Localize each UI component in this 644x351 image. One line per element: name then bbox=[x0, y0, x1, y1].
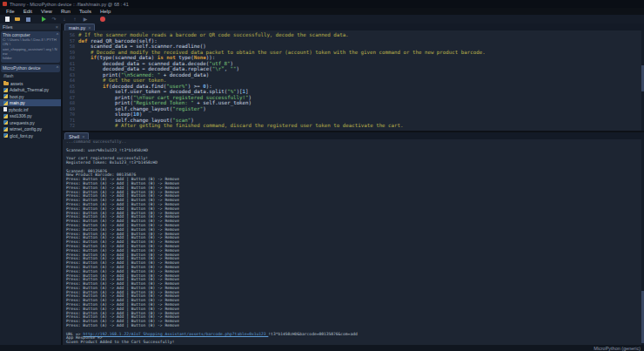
title-bar: Thonny - MicroPython device :: /flash/ma… bbox=[0, 0, 644, 8]
python-file-icon bbox=[3, 133, 8, 138]
micropython-device-box[interactable]: MicroPython device ^ bbox=[1, 64, 60, 72]
code-segment: print( bbox=[103, 72, 121, 78]
open-folder-icon[interactable] bbox=[14, 16, 21, 24]
collapse-icon[interactable]: ^ bbox=[57, 32, 58, 37]
files-close-icon[interactable]: × bbox=[56, 24, 58, 30]
tab-close-icon[interactable]: × bbox=[88, 25, 91, 30]
code-segment: def bbox=[78, 38, 91, 44]
tree-item-assets[interactable]: assets bbox=[0, 80, 61, 87]
code-segment: + self.user_token) bbox=[194, 100, 252, 105]
menu-tools[interactable]: Tools bbox=[75, 9, 96, 14]
tree-item-wiznet_config.py[interactable]: wiznet_config.py bbox=[0, 125, 61, 132]
code-segment: "Registered Token: " bbox=[133, 100, 194, 105]
code-segment: decoded_data = scanned_data.decode( bbox=[103, 61, 209, 66]
tree-item-ssd1306.py[interactable]: ssd1306.py bbox=[0, 112, 61, 119]
interpreter-status[interactable]: MicroPython (generic) bbox=[594, 346, 641, 351]
step-over-icon[interactable]: ↷ bbox=[50, 16, 57, 24]
code-segment: ) bbox=[139, 111, 143, 117]
code-segment: None bbox=[194, 55, 206, 60]
thonny-app-icon bbox=[3, 2, 7, 6]
python-file-icon bbox=[3, 94, 8, 98]
resume-icon[interactable]: ▶ bbox=[82, 16, 89, 24]
code-segment: "register" bbox=[172, 106, 203, 111]
code-line: 72# After getting the finished command, … bbox=[63, 123, 641, 129]
code-segment: "scan" bbox=[172, 118, 191, 123]
code-segment: "utf_8" bbox=[209, 61, 230, 66]
menu-view[interactable]: View bbox=[37, 9, 57, 14]
code-editor-area[interactable]: 56# If the scanner module reads a barcod… bbox=[63, 30, 641, 131]
tree-item-boot.py[interactable]: boot.py bbox=[0, 93, 61, 100]
stop-button-icon[interactable] bbox=[99, 16, 106, 24]
code-segment: read_QR_barcode(self): bbox=[91, 38, 158, 44]
files-panel-title: Files bbox=[3, 24, 13, 30]
path-line: aiot_shopping_assistant \ org \ New bbox=[3, 47, 58, 57]
toolbar: ↷↓↑▶ bbox=[0, 15, 644, 24]
code-segment: if bbox=[91, 55, 97, 60]
code-segment: if bbox=[103, 84, 109, 89]
shell-tabbar: Shell × bbox=[63, 132, 644, 139]
tree-item-glcd_font.py[interactable]: glcd_font.py bbox=[0, 132, 61, 139]
micropython-device-label: MicroPython device bbox=[3, 65, 41, 71]
code-segment: # Decode and modify the received data pa… bbox=[91, 50, 486, 55]
code-segment: # After getting the finished command, di… bbox=[115, 123, 404, 128]
code-segment: (type(scanned_data) bbox=[97, 55, 158, 60]
code-segment: ) bbox=[191, 118, 194, 123]
code-segment: print( bbox=[115, 95, 133, 100]
python-file-icon bbox=[3, 101, 8, 105]
tab-shell[interactable]: Shell × bbox=[64, 132, 89, 139]
tree-item-label: assets bbox=[10, 81, 23, 86]
window-title: Thonny - MicroPython device :: /flash/ma… bbox=[10, 2, 129, 7]
menu-run[interactable]: Run bbox=[57, 9, 75, 14]
code-segment: ) bbox=[203, 106, 206, 111]
path-line: C: \ Users \ kutlu \ Dev-II \ PYTHON \ bbox=[3, 37, 58, 47]
tree-item-label: Adafruit_Thermal.py bbox=[10, 87, 49, 92]
line-number: 72 bbox=[63, 123, 78, 129]
device-file-tree: assetsAdafruit_Thermal.pyboot.pymain.pyp… bbox=[0, 80, 61, 139]
device-root-path[interactable]: /flash bbox=[0, 72, 61, 79]
collapse-icon[interactable]: ^ bbox=[57, 65, 58, 71]
menu-edit[interactable]: Edit bbox=[19, 9, 37, 14]
path-line: folder bbox=[3, 56, 58, 60]
code-segment: ) >= bbox=[188, 84, 203, 89]
code-segment: "\nYour cart registered successfully!" bbox=[133, 95, 249, 100]
code-segment: self.change_layout( bbox=[115, 118, 172, 123]
thonny-window: Thonny - MicroPython device :: /flash/ma… bbox=[0, 0, 644, 351]
code-segment: # If the scanner module reads a barcode … bbox=[78, 32, 349, 37]
editor-tab-label: main.py bbox=[69, 25, 85, 30]
code-segment: decoded_data = decoded_data.replace( bbox=[103, 66, 212, 71]
tree-item-label: boot.py bbox=[10, 94, 23, 99]
run-button-icon[interactable] bbox=[40, 16, 47, 24]
shell-output[interactable]: ...command successfully.. Scanned: user%… bbox=[63, 139, 641, 345]
code-segment: "" bbox=[231, 66, 237, 71]
tab-close-icon[interactable]: × bbox=[82, 134, 84, 139]
code-segment: (decoded_data.find( bbox=[109, 84, 166, 89]
code-segment: ] bbox=[245, 89, 249, 94]
code-segment: )[ bbox=[237, 89, 243, 94]
shell-tab-label: Shell bbox=[69, 134, 79, 139]
tree-item-label: wiznet_config.py bbox=[10, 126, 42, 132]
step-out-icon[interactable]: ↑ bbox=[71, 16, 78, 24]
code-segment: + decoded_data) bbox=[160, 72, 209, 78]
menu-file[interactable]: File bbox=[2, 9, 19, 14]
tree-item-pybcdc.inf[interactable]: pybcdc.inf bbox=[0, 106, 61, 113]
this-computer-box[interactable]: This computer ^ C: \ Users \ kutlu \ Dev… bbox=[1, 31, 60, 63]
tree-item-Adafruit_Thermal.py[interactable]: Adafruit_Thermal.py bbox=[0, 86, 61, 93]
menu-help[interactable]: Help bbox=[96, 9, 115, 14]
code-segment: type( bbox=[176, 55, 194, 60]
tab-main-py[interactable]: main.py × bbox=[64, 24, 95, 30]
tree-item-main.py[interactable]: main.py bbox=[0, 99, 61, 106]
code-segment: )): bbox=[206, 55, 215, 60]
file-icon bbox=[3, 107, 7, 111]
tree-item-label: urequests.py bbox=[10, 120, 35, 125]
files-panel-header: Files × bbox=[0, 24, 61, 30]
code-segment: ): bbox=[206, 84, 212, 89]
code-segment: self.user_token = decoded_data.split( bbox=[115, 89, 227, 94]
shell-url-link[interactable]: http://192.168.1.22/AIoT_Shopping_Assist… bbox=[83, 332, 268, 336]
tree-item-urequests.py[interactable]: urequests.py bbox=[0, 119, 61, 126]
step-into-icon[interactable]: ↓ bbox=[61, 16, 68, 24]
python-file-icon bbox=[3, 114, 8, 118]
save-icon[interactable] bbox=[24, 16, 31, 24]
tree-item-label: glcd_font.py bbox=[10, 133, 33, 138]
code-segment: not bbox=[166, 55, 175, 60]
new-file-icon[interactable] bbox=[3, 16, 10, 24]
